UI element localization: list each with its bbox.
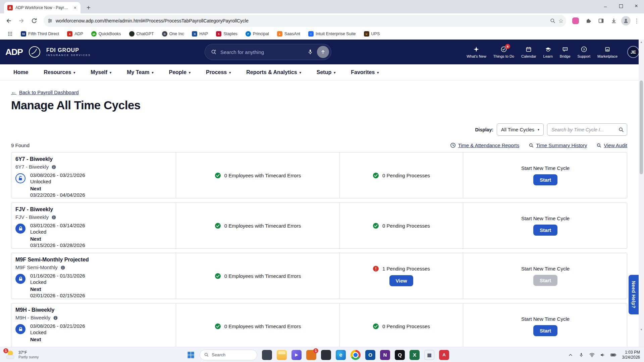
view-audit-link[interactable]: View Audit [596,142,627,148]
time-summary-history-link[interactable]: Time Summary History [529,142,587,148]
things-to-do-button[interactable]: 8 Things to Do [491,45,516,60]
info-icon[interactable] [51,215,56,220]
main-nav: Home Resources Myself My Team People Pro… [0,64,644,80]
nav-setup[interactable]: Setup [317,69,335,75]
learn-button[interactable]: Learn [541,45,555,60]
start-button[interactable] [187,351,195,359]
search-icon[interactable] [618,127,624,133]
info-icon[interactable] [51,165,56,170]
browser-profile-avatar[interactable] [621,16,631,25]
new-tab-button[interactable]: + [84,4,93,12]
downloads-icon[interactable] [608,15,619,26]
nav-resources[interactable]: Resources [44,69,75,75]
bookmark-fifth-third-direct[interactable]: 53Fifth Third Direct [18,30,62,38]
bookmark-adp[interactable]: AADP [64,30,86,38]
bookmark-staples[interactable]: SStaples [213,30,240,38]
search-submit-button[interactable] [317,46,329,58]
bookmark-quickbooks[interactable]: qbQuickBooks [89,30,124,38]
user-avatar[interactable]: JE [627,46,639,58]
browser-menu-icon[interactable]: ⋮ [633,15,641,26]
taskbar-search[interactable] [200,350,257,360]
taskbar-app-pen[interactable] [321,350,331,360]
support-button[interactable]: ? Support [576,45,593,60]
tray-chevron-up-icon[interactable] [567,352,574,358]
zoom-icon[interactable] [550,18,556,24]
taskbar-app-file-explorer[interactable] [277,350,287,360]
scroll-down-arrow[interactable]: ▾ [639,327,644,332]
window-close-button[interactable]: × [629,0,644,12]
bookmark-saasant[interactable]: sSaasAnt [274,30,303,38]
mic-icon[interactable] [307,49,314,55]
scroll-up-arrow[interactable]: ▴ [639,40,644,44]
error-alert-icon [373,265,379,272]
nav-process[interactable]: Process [206,69,231,75]
extensions-puzzle-icon[interactable] [583,15,594,26]
bookmark-one-inc[interactable]: OOne Inc [159,30,187,38]
taskbar-app-calculator[interactable]: ▦ [424,350,434,360]
forward-button[interactable] [16,15,27,26]
taskbar-app-chrome[interactable] [351,350,361,360]
need-help-tab[interactable]: Need Help? [629,275,639,314]
global-search[interactable] [205,44,331,60]
global-search-input[interactable] [220,49,304,55]
bookmark-ups[interactable]: UUPS [361,30,383,38]
site-info-icon[interactable] [47,18,53,24]
calendar-button[interactable]: Calendar [519,45,538,60]
time-attendance-reports-link[interactable]: Time & Attendance Reports [450,142,519,148]
bookmark-principal[interactable]: PPrincipal [243,30,272,38]
taskbar-app-outlook[interactable]: O [365,350,375,360]
extension-icon-pink[interactable] [572,17,579,24]
taskbar-app-edge[interactable]: e [336,350,346,360]
taskbar-clock[interactable]: 1:03 PM 3/24/2026 [622,350,640,360]
taskbar-app-excel[interactable]: X [410,350,420,360]
browser-tab-active[interactable]: A ADP Workforce Now - Payroll D × [4,2,80,13]
taskbar-app-notes[interactable]: Q [395,350,405,360]
side-panel-icon[interactable] [596,15,606,26]
info-icon[interactable] [53,315,58,320]
taskbar-app-mail[interactable]: 1 [306,350,316,360]
start-button[interactable]: Start [533,174,557,185]
time-cycle-search-input[interactable] [551,127,616,132]
tray-mic-icon[interactable] [578,352,585,358]
reload-button[interactable] [29,15,40,26]
scrollbar-thumb[interactable] [640,80,643,174]
taskbar-app-pdf[interactable]: A [439,350,449,360]
nav-my-team[interactable]: My Team [127,69,153,75]
nav-favorites[interactable]: Favorites [351,69,379,75]
bookmark-star-icon[interactable]: ☆ [558,17,564,24]
nav-home[interactable]: Home [13,69,28,75]
taskbar-app-photos[interactable] [262,350,272,360]
taskbar-search-input[interactable] [212,352,253,357]
view-button[interactable]: View [389,275,414,286]
start-button[interactable]: Start [533,225,557,236]
taskbar-app-onenote[interactable]: N [380,350,390,360]
back-to-payroll-dashboard-link[interactable]: ← Back to Payroll Dashboard [11,89,79,95]
start-button[interactable]: Start [533,325,557,336]
taskbar-weather-widget[interactable]: 1 37°F Partly sunny [3,347,41,362]
nav-people[interactable]: People [169,69,191,75]
start-button-disabled[interactable]: Start [533,275,557,286]
url-bar[interactable]: workforcenow.adp.com/theme/admin.html#/P… [44,15,566,27]
bookmark-hap[interactable]: HHAP [189,30,211,38]
nav-reports-analytics[interactable]: Reports & Analytics [246,69,301,75]
window-maximize-button[interactable] [613,0,629,12]
fdi-group-logo-icon [28,46,41,58]
nav-myself[interactable]: Myself [91,69,111,75]
taskbar-app-media-player[interactable]: ▶ [291,350,302,360]
adp-logo[interactable]: ADP [5,47,23,57]
marketplace-button[interactable]: Marketplace [595,45,620,60]
back-button[interactable] [3,15,14,26]
time-cycle-search[interactable] [547,123,627,136]
time-cycle-filter-dropdown[interactable]: All Time Cycles ▾ [497,123,544,136]
info-icon[interactable] [60,265,65,270]
tray-wifi-icon[interactable] [589,352,595,358]
tray-volume-icon[interactable] [599,352,606,358]
bookmark-chatgpt[interactable]: ChatGPT [126,30,157,38]
bookmark-intuit-enterprise-suite[interactable]: IIntuit Enterprise Suite [306,30,359,38]
tab-close-icon[interactable]: × [72,5,78,10]
tray-battery-icon[interactable] [610,352,617,358]
apps-grid-icon[interactable] [5,28,15,39]
bridge-button[interactable]: Bridge [558,45,573,60]
whats-new-button[interactable]: What's New [465,45,488,60]
window-minimize-button[interactable]: – [598,0,613,12]
